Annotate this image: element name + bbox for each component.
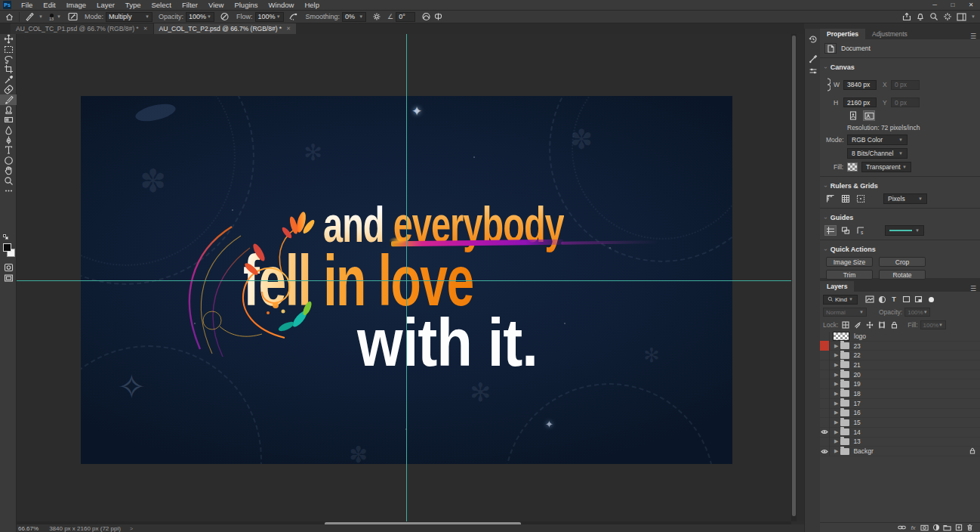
- group-expand-chevron[interactable]: ▶: [834, 410, 838, 416]
- bit-depth-select[interactable]: 8 Bits/Channel▼: [847, 148, 908, 159]
- clone-stamp-tool[interactable]: [0, 105, 17, 115]
- group-expand-chevron[interactable]: ▶: [834, 419, 838, 425]
- mode-select[interactable]: Multiply ▼: [106, 12, 153, 22]
- crop-tool[interactable]: [0, 64, 17, 74]
- layer-filter-kind-select[interactable]: Kind▼: [823, 295, 858, 305]
- filter-smart-objects-icon[interactable]: [912, 294, 924, 305]
- status-chevron-icon[interactable]: >: [130, 526, 133, 531]
- zoom-tool[interactable]: [0, 175, 17, 185]
- add-layer-mask-icon[interactable]: [919, 524, 930, 531]
- document-tab-2[interactable]: AU_COL_TC_P2.psd @ 66.7% (RGB/8#) * ✕: [154, 23, 297, 34]
- layer-row-background-group[interactable]: ▶ Backgr: [820, 447, 980, 456]
- panel-menu-icon[interactable]: ☰: [970, 286, 976, 292]
- tab-close-icon[interactable]: ✕: [143, 26, 148, 32]
- tab-close-icon[interactable]: ✕: [286, 26, 291, 32]
- panel-menu-icon[interactable]: ☰: [970, 33, 976, 39]
- toggle-brush-panel-icon[interactable]: [66, 12, 79, 22]
- link-dimensions-icon[interactable]: [824, 75, 831, 94]
- canvas-section-header[interactable]: › Canvas: [820, 60, 980, 73]
- blur-tool[interactable]: [0, 125, 17, 135]
- trim-button[interactable]: Trim: [826, 270, 873, 280]
- toggle-guides-icon[interactable]: [824, 225, 837, 236]
- filter-shape-layers-icon[interactable]: [900, 294, 912, 305]
- shape-tool[interactable]: [0, 156, 17, 165]
- toggle-pixel-grid-icon[interactable]: [855, 193, 867, 204]
- workspace-switcher-icon[interactable]: [954, 12, 968, 22]
- toggle-canvas-guides-icon[interactable]: s: [855, 225, 867, 236]
- group-expand-chevron[interactable]: ▶: [834, 438, 838, 444]
- lock-artboard-icon[interactable]: [876, 320, 888, 330]
- lock-transparency-icon[interactable]: [840, 320, 852, 330]
- image-size-button[interactable]: Image Size: [826, 257, 873, 267]
- fill-select[interactable]: Transparent▼: [861, 162, 911, 172]
- link-layers-icon[interactable]: [896, 524, 908, 530]
- group-expand-chevron[interactable]: ▶: [834, 391, 838, 397]
- layer-filter-toggle[interactable]: [929, 297, 934, 302]
- notifications-bell-icon[interactable]: [914, 12, 927, 22]
- pressure-size-icon[interactable]: [420, 12, 432, 22]
- menu-edit[interactable]: Edit: [38, 0, 60, 11]
- brush-angle-field[interactable]: 0°: [396, 12, 415, 22]
- menu-help[interactable]: Help: [299, 0, 325, 11]
- group-expand-chevron[interactable]: ▶: [834, 362, 838, 368]
- group-expand-chevron[interactable]: ▶: [834, 401, 838, 407]
- visibility-toggle[interactable]: [820, 418, 830, 428]
- filter-pixel-layers-icon[interactable]: [864, 294, 876, 305]
- toggle-grid-icon[interactable]: [840, 193, 852, 204]
- color-mode-select[interactable]: RGB Color▼: [847, 135, 908, 145]
- move-tool[interactable]: [0, 34, 17, 44]
- menu-layer[interactable]: Layer: [91, 0, 120, 11]
- zoom-level-field[interactable]: 66.67%: [18, 525, 39, 532]
- visibility-toggle[interactable]: [820, 360, 830, 370]
- layer-row-group-13[interactable]: ▶ 13: [820, 438, 980, 447]
- spot-healing-brush-tool[interactable]: [0, 85, 17, 94]
- share-icon[interactable]: [900, 12, 914, 22]
- visibility-toggle-visible[interactable]: [820, 447, 830, 456]
- brush-size-preview[interactable]: 13: [49, 14, 54, 20]
- visibility-toggle[interactable]: [820, 408, 830, 418]
- new-group-icon[interactable]: [941, 524, 953, 531]
- group-expand-chevron[interactable]: ▶: [834, 352, 838, 358]
- hand-tool[interactable]: [0, 165, 17, 175]
- search-icon[interactable]: [927, 12, 941, 22]
- horizontal-guide[interactable]: [17, 280, 797, 281]
- width-field[interactable]: 3840 px: [843, 80, 877, 90]
- maximize-button[interactable]: □: [944, 0, 962, 11]
- layer-row-group-20[interactable]: ▶ 20: [820, 370, 980, 380]
- menu-type[interactable]: Type: [120, 0, 146, 11]
- group-expand-chevron[interactable]: ▶: [834, 429, 838, 435]
- visibility-toggle[interactable]: [820, 351, 830, 360]
- screen-mode-icon[interactable]: [0, 273, 17, 283]
- visibility-toggle[interactable]: [820, 398, 830, 408]
- eyedropper-tool[interactable]: [0, 75, 17, 85]
- group-expand-chevron[interactable]: ▶: [834, 381, 838, 387]
- gradient-tool[interactable]: [0, 115, 17, 125]
- document-tab-1[interactable]: AU_COL_TC_P1.psd @ 66.7% (RGB/8#) * ✕: [11, 23, 154, 34]
- flow-select[interactable]: 100% ▼: [255, 12, 284, 22]
- visibility-toggle-red-tag[interactable]: [820, 341, 830, 351]
- layer-row-group-17[interactable]: ▶ 17: [820, 399, 980, 409]
- guides-section-header[interactable]: › Guides: [820, 211, 980, 224]
- close-button[interactable]: ✕: [962, 0, 980, 11]
- brush-preset-icon[interactable]: [23, 12, 35, 22]
- layer-row-group-15[interactable]: ▶ 15: [820, 418, 980, 428]
- group-expand-chevron[interactable]: ▶: [834, 448, 838, 454]
- opacity-select[interactable]: 100% ▼: [186, 12, 214, 22]
- layer-row-group-14[interactable]: ▶ 14: [820, 428, 980, 438]
- pen-tool[interactable]: [0, 135, 17, 145]
- quick-mask-icon[interactable]: [0, 262, 17, 272]
- rulers-grids-section-header[interactable]: › Rulers & Grids: [820, 179, 980, 192]
- filter-type-layers-icon[interactable]: T: [888, 294, 900, 305]
- chevron-down-icon[interactable]: ▼: [57, 14, 61, 19]
- layer-row-group-19[interactable]: ▶ 19: [820, 379, 980, 389]
- lock-pixels-icon[interactable]: [852, 320, 864, 330]
- layer-row-group-21[interactable]: ▶ 21: [820, 360, 980, 370]
- layer-effects-icon[interactable]: fx: [908, 524, 919, 531]
- group-expand-chevron[interactable]: ▶: [834, 343, 838, 349]
- new-layer-icon[interactable]: [953, 524, 964, 531]
- vertical-guide[interactable]: [406, 34, 407, 521]
- menu-view[interactable]: View: [203, 0, 229, 11]
- adjustment-layer-icon[interactable]: [930, 524, 941, 531]
- visibility-toggle[interactable]: [820, 437, 830, 447]
- edit-toolbar-icon[interactable]: [0, 186, 17, 196]
